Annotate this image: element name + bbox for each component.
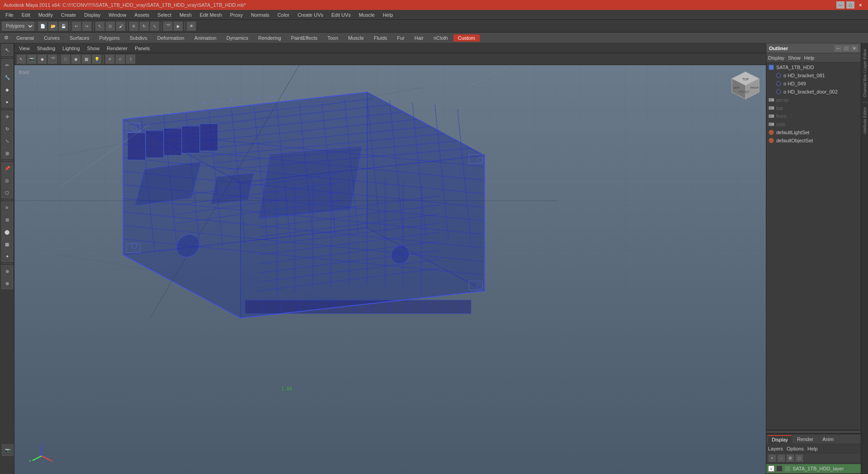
menubar-item-create[interactable]: Create — [57, 11, 80, 19]
shelf-tab-muscle[interactable]: Muscle — [344, 34, 368, 42]
paint-skin-button[interactable]: ⬤ — [1, 226, 13, 238]
ol-item-hd-049[interactable]: o HD_049 — [766, 80, 861, 88]
menubar-item-assets[interactable]: Assets — [131, 11, 153, 19]
new-scene-button[interactable]: 📄 — [38, 21, 47, 31]
show-hide-button[interactable]: 👁 — [186, 21, 196, 31]
open-scene-button[interactable]: 📂 — [48, 21, 58, 31]
outliner-hscroll-bar[interactable] — [766, 431, 861, 433]
shelf-tab-deformation[interactable]: Deformation — [153, 34, 189, 42]
ipr-button[interactable]: ▶ — [173, 21, 183, 31]
view-menu[interactable]: View — [16, 45, 33, 52]
vp-camera-button[interactable]: 📷 — [27, 54, 37, 64]
shelf-tab-subdivs[interactable]: Subdivs — [125, 34, 152, 42]
outliner-help-menu[interactable]: Help — [804, 55, 815, 61]
panels-menu[interactable]: Panels — [132, 45, 153, 52]
show-menu[interactable]: Show — [85, 45, 103, 52]
shading-menu[interactable]: Shading — [34, 45, 58, 52]
menubar-item-select[interactable]: Select — [154, 11, 175, 19]
outliner-close-button[interactable]: ✕ — [851, 45, 858, 52]
lattice-button[interactable]: ⬡ — [1, 187, 13, 198]
vp-texture-button[interactable]: ▦ — [81, 54, 91, 64]
shelf-tab-painteffects[interactable]: PaintEffects — [287, 34, 322, 42]
shelf-tab-fur[interactable]: Fur — [392, 34, 409, 42]
component-button[interactable]: ◆ — [1, 84, 13, 95]
menubar-item-modify[interactable]: Modify — [35, 11, 57, 19]
shelf-tab-polygons[interactable]: Polygons — [94, 34, 124, 42]
tab-render[interactable]: Render — [793, 436, 817, 443]
camera-view-button[interactable]: 📷 — [2, 444, 14, 456]
renderer-menu[interactable]: Renderer — [104, 45, 130, 52]
uv-button[interactable]: ⊞ — [1, 214, 13, 225]
ol-item-hd-bracket-081[interactable]: o HD_bracket_081 — [766, 71, 861, 80]
viewport-canvas[interactable]: 1.00 TOP RIGHT LEFT FRONT — [14, 65, 766, 474]
menubar-item-window[interactable]: Window — [105, 11, 130, 19]
shelf-tab-rendering[interactable]: Rendering — [254, 34, 286, 42]
shelf-tab-toon[interactable]: Toon — [323, 34, 343, 42]
scale-tool-button[interactable]: ⤡ — [150, 21, 160, 31]
shelf-tab-dynamics[interactable]: Dynamics — [222, 34, 253, 42]
shelf-tab-hair[interactable]: Hair — [410, 34, 428, 42]
lighting-menu[interactable]: Lighting — [60, 45, 83, 52]
select-tool-button[interactable]: ↖ — [95, 21, 105, 31]
snap-button[interactable]: 📌 — [1, 162, 13, 174]
select-mode-button[interactable]: ↖ — [1, 44, 13, 56]
cloth-button[interactable]: ▦ — [1, 238, 13, 250]
layer-item-sata-hdd[interactable]: V SATA_1TB_HDD_layer — [766, 464, 861, 473]
workspace-dropdown[interactable]: Polygons — [2, 22, 34, 31]
redo-button[interactable]: ↪ — [82, 21, 92, 31]
shelf-tab-general[interactable]: General — [12, 34, 38, 42]
shelf-tab-animation[interactable]: Animation — [190, 34, 221, 42]
menubar-item-help[interactable]: Help — [379, 11, 397, 19]
vp-render-button[interactable]: 🎬 — [47, 54, 57, 64]
layer-mode-button[interactable]: ≡ — [1, 202, 13, 213]
shelf-tab-ncloth[interactable]: nCloth — [429, 34, 453, 42]
outliner-show-menu[interactable]: Show — [788, 55, 801, 61]
menubar-item-edit[interactable]: Edit — [18, 11, 34, 19]
rotate-tool-button[interactable]: ↻ — [139, 21, 149, 31]
delete-layer-button[interactable]: - — [777, 454, 785, 462]
menubar-item-display[interactable]: Display — [80, 11, 104, 19]
minimize-button[interactable]: ─ — [836, 1, 844, 9]
menubar-item-file[interactable]: File — [2, 11, 17, 19]
menubar-item-proxy[interactable]: Proxy — [226, 11, 246, 19]
outliner-restore-button[interactable]: □ — [843, 45, 850, 52]
tab-anim[interactable]: Anim — [819, 436, 837, 443]
vp-snap-curve-button[interactable]: ⌇ — [126, 54, 136, 64]
vp-select-button[interactable]: ↖ — [16, 54, 26, 64]
view-cube[interactable]: TOP RIGHT LEFT FRONT — [730, 70, 761, 101]
channel-box-label[interactable]: Channel Box / Layer Editor — [862, 45, 868, 101]
close-button[interactable]: ✕ — [856, 1, 864, 9]
menubar-item-edit-uvs[interactable]: Edit UVs — [328, 11, 354, 19]
vp-smooth-button[interactable]: ◉ — [71, 54, 81, 64]
restore-button[interactable]: □ — [846, 1, 854, 9]
translate-button[interactable]: ✛ — [1, 111, 13, 122]
render-button[interactable]: 🎬 — [163, 21, 173, 31]
vp-component-button[interactable]: ◆ — [37, 54, 47, 64]
menubar-item-edit-mesh[interactable]: Edit Mesh — [196, 11, 226, 19]
ol-item-sata-hdd[interactable]: SATA_1TB_HDD — [766, 63, 861, 71]
show-sel-button[interactable]: ⊕ — [1, 277, 13, 289]
ol-item-side[interactable]: side — [766, 120, 861, 128]
menubar-item-color[interactable]: Color — [274, 11, 293, 19]
ol-item-front[interactable]: front — [766, 112, 861, 120]
options-menu[interactable]: Options — [787, 446, 804, 451]
create-layer-button[interactable]: + — [768, 454, 776, 462]
layer-options-button[interactable]: ⚙ — [786, 454, 794, 462]
vp-snap-grid-button[interactable]: ⊹ — [115, 54, 125, 64]
vp-light-button[interactable]: 💡 — [92, 54, 102, 64]
ol-item-hd-bracket-door[interactable]: o HD_bracket_door_002 — [766, 88, 861, 96]
layer-visibility-toggle[interactable]: V — [768, 465, 774, 472]
menubar-item-create-uvs[interactable]: Create UVs — [294, 11, 327, 19]
scale-tool-left-button[interactable]: ⤡ — [1, 135, 13, 147]
lasso-tool-button[interactable]: ⊙ — [105, 21, 115, 31]
outliner-hscroll[interactable] — [766, 430, 861, 433]
layer-select-button[interactable]: □ — [795, 454, 803, 462]
ol-item-persp[interactable]: persp — [766, 96, 861, 104]
transform-button[interactable]: ⊞ — [1, 147, 13, 159]
menubar-item-muscle[interactable]: Muscle — [355, 11, 378, 19]
shelf-tab-fluids[interactable]: Fluids — [369, 34, 392, 42]
ol-item-default-light-set[interactable]: defaultLightSet — [766, 128, 861, 136]
shelf-tab-curves[interactable]: Curves — [39, 34, 64, 42]
shelf-icon[interactable]: ⚙ — [2, 33, 11, 42]
shelf-tab-surfaces[interactable]: Surfaces — [65, 34, 94, 42]
